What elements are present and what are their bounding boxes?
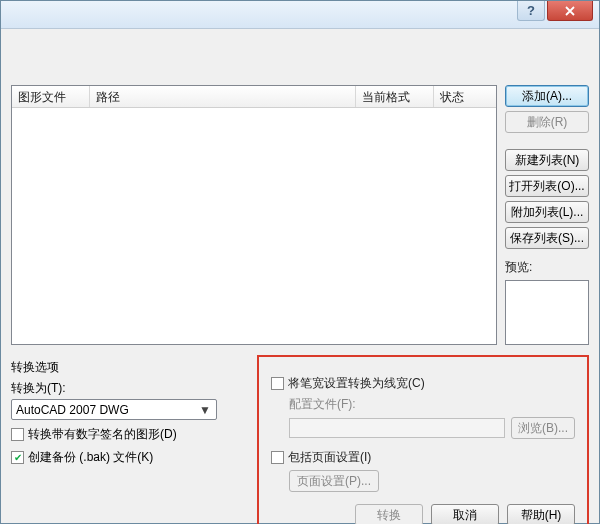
chk-penwidth-row[interactable]: 将笔宽设置转换为线宽(C) [271, 375, 575, 392]
table-header: 图形文件 路径 当前格式 状态 [12, 86, 496, 108]
help-button[interactable]: ? [517, 1, 545, 21]
chk-signed-row[interactable]: 转换带有数字签名的图形(D) [11, 426, 247, 443]
close-icon [564, 6, 576, 16]
open-list-button[interactable]: 打开列表(O)... [505, 175, 589, 197]
dialog-window: ? 图形文件 路径 当前格式 状态 添加(A) [0, 0, 600, 524]
config-file-row: 配置文件(F): [289, 396, 575, 413]
cancel-button[interactable]: 取消 [431, 504, 499, 524]
side-buttons: 添加(A)... 删除(R) 新建列表(N) 打开列表(O)... 附加列表(L… [505, 85, 589, 345]
config-file-input-row: 浏览(B)... [289, 417, 575, 439]
titlebar: ? [1, 1, 599, 29]
chk-signed-label: 转换带有数字签名的图形(D) [28, 426, 177, 443]
checkbox-pagesetup[interactable] [271, 451, 284, 464]
checkbox-penwidth[interactable] [271, 377, 284, 390]
pagesetup-button: 页面设置(P)... [289, 470, 379, 492]
col-path[interactable]: 路径 [90, 86, 356, 107]
convert-group-title: 转换选项 [11, 359, 247, 376]
convert-to-value: AutoCAD 2007 DWG [16, 403, 129, 417]
pagesetup-btn-row: 页面设置(P)... [289, 470, 575, 492]
checkbox-backup[interactable]: ✔ [11, 451, 24, 464]
chk-pagesetup-row[interactable]: 包括页面设置(I) [271, 449, 575, 466]
file-table[interactable]: 图形文件 路径 当前格式 状态 [11, 85, 497, 345]
close-button[interactable] [547, 1, 593, 21]
convert-to-combo[interactable]: AutoCAD 2007 DWG ▼ [11, 399, 217, 420]
config-file-label: 配置文件(F): [289, 396, 356, 413]
append-list-button[interactable]: 附加列表(L)... [505, 201, 589, 223]
lower-area: 转换选项 转换为(T): AutoCAD 2007 DWG ▼ 转换带有数字签名… [11, 355, 589, 524]
col-status[interactable]: 状态 [434, 86, 496, 107]
checkbox-signed[interactable] [11, 428, 24, 441]
highlighted-settings: 将笔宽设置转换为线宽(C) 配置文件(F): 浏览(B)... [257, 355, 589, 524]
chk-backup-row[interactable]: ✔ 创建备份 (.bak) 文件(K) [11, 449, 247, 466]
preview-label: 预览: [505, 259, 589, 276]
config-file-input [289, 418, 505, 438]
col-format[interactable]: 当前格式 [356, 86, 434, 107]
dialog-buttons: 转换 取消 帮助(H) [271, 504, 575, 524]
chk-penwidth-label: 将笔宽设置转换为线宽(C) [288, 375, 425, 392]
chevron-down-icon: ▼ [198, 403, 212, 417]
remove-button: 删除(R) [505, 111, 589, 133]
preview-box [505, 280, 589, 345]
chk-backup-label: 创建备份 (.bak) 文件(K) [28, 449, 153, 466]
help-icon: ? [527, 3, 535, 18]
convert-to-label: 转换为(T): [11, 380, 247, 397]
save-list-button[interactable]: 保存列表(S)... [505, 227, 589, 249]
client-area: 图形文件 路径 当前格式 状态 添加(A)... 删除(R) 新建列表(N) 打… [1, 29, 599, 523]
convert-button: 转换 [355, 504, 423, 524]
convert-options: 转换选项 转换为(T): AutoCAD 2007 DWG ▼ 转换带有数字签名… [11, 355, 247, 524]
penwidth-block: 将笔宽设置转换为线宽(C) 配置文件(F): 浏览(B)... [271, 375, 575, 439]
table-body[interactable] [12, 108, 496, 344]
new-list-button[interactable]: 新建列表(N) [505, 149, 589, 171]
content-frame: 图形文件 路径 当前格式 状态 添加(A)... 删除(R) 新建列表(N) 打… [11, 85, 589, 513]
top-area: 图形文件 路径 当前格式 状态 添加(A)... 删除(R) 新建列表(N) 打… [11, 85, 589, 345]
help-dialog-button[interactable]: 帮助(H) [507, 504, 575, 524]
col-file[interactable]: 图形文件 [12, 86, 90, 107]
pagesetup-block: 包括页面设置(I) 页面设置(P)... [271, 449, 575, 492]
add-button[interactable]: 添加(A)... [505, 85, 589, 107]
chk-pagesetup-label: 包括页面设置(I) [288, 449, 371, 466]
browse-button: 浏览(B)... [511, 417, 575, 439]
